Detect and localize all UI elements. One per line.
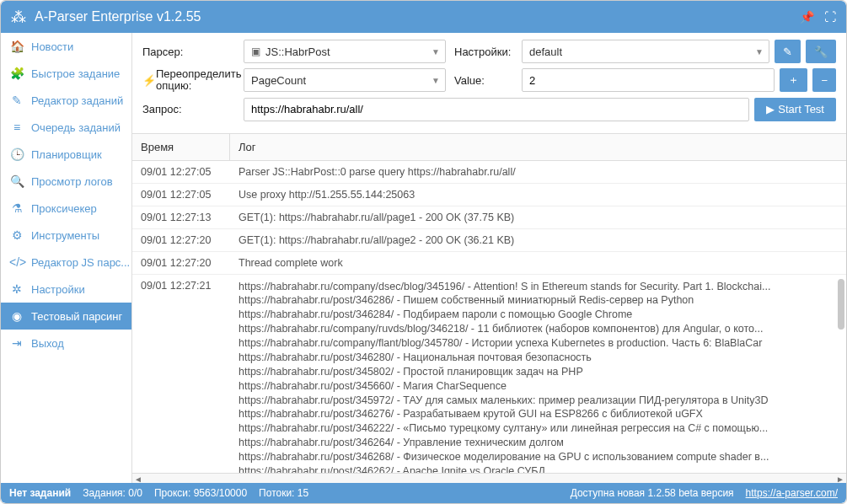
- settings-label: Настройки:: [446, 46, 522, 58]
- query-input[interactable]: [244, 98, 749, 121]
- status-link[interactable]: https://a-parser.com/: [746, 487, 838, 499]
- log-line: https://habrahabr.ru/post/345802/ - Прос…: [239, 365, 838, 379]
- sidebar-item-queue[interactable]: ≡Очередь заданий: [1, 114, 131, 141]
- cog-icon: ✲: [9, 282, 24, 296]
- status-threads: Потоки: 15: [259, 487, 308, 499]
- status-proxy: Прокси: 9563/10000: [154, 487, 247, 499]
- sidebar-item-js-editor[interactable]: </>Редактор JS парс...: [1, 249, 131, 276]
- cell-log: Parser JS::HabrPost::0 parse query https…: [230, 161, 846, 183]
- sidebar-item-label: Инструменты: [31, 229, 99, 242]
- sidebar-item-test-parsing[interactable]: ◉Тестовый парсинг: [1, 303, 131, 330]
- edit-settings-button[interactable]: ✎: [775, 40, 801, 63]
- wrench-button[interactable]: 🔧: [806, 40, 836, 63]
- chevron-down-icon: ▼: [432, 47, 440, 56]
- home-icon: 🏠: [9, 40, 24, 53]
- query-label: Запрос:: [142, 103, 244, 115]
- scrollbar-thumb[interactable]: [838, 279, 844, 330]
- vertical-scrollbar[interactable]: [836, 161, 844, 473]
- log-line: https://habrahabr.ru/company/ruvds/blog/…: [239, 322, 838, 336]
- grid-body: 09/01 12:27:05Parser JS::HabrPost::0 par…: [132, 161, 846, 473]
- sidebar: 🏠Новости 🧩Быстрое задание ✎Редактор зада…: [1, 33, 132, 483]
- app-title: A-Parser Enterprise v1.2.55: [35, 9, 790, 24]
- sidebar-item-label: Редактор JS парс...: [31, 256, 130, 269]
- sidebar-item-tools[interactable]: ⚙Инструменты: [1, 222, 131, 249]
- code-icon: </>: [9, 255, 24, 269]
- value-input[interactable]: [522, 68, 775, 92]
- parser-select[interactable]: ▣JS::HabrPost▼: [244, 40, 446, 63]
- table-row[interactable]: 09/01 12:27:05Parser JS::HabrPost::0 par…: [132, 161, 846, 184]
- table-row[interactable]: 09/01 12:27:20GET(1): https://habrahabr.…: [132, 229, 846, 252]
- status-update: Доступна новая 1.2.58 beta версия: [571, 487, 734, 499]
- log-line: https://habrahabr.ru/post/345972/ - ТАУ …: [239, 394, 838, 408]
- parser-label: Парсер:: [142, 46, 244, 58]
- puzzle-icon: 🧩: [9, 67, 24, 80]
- sidebar-item-task-editor[interactable]: ✎Редактор заданий: [1, 87, 131, 114]
- sidebar-item-proxychecker[interactable]: ⚗Проксичекер: [1, 195, 131, 222]
- lightning-icon: ⚡: [142, 74, 156, 87]
- network-icon: ⚗: [9, 201, 24, 215]
- cell-time: 09/01 12:27:05: [132, 161, 230, 183]
- log-line: https://habrahabr.ru/post/346264/ - Упра…: [239, 436, 838, 450]
- cell-time: 09/01 12:27:13: [132, 206, 230, 228]
- js-icon: ▣: [251, 46, 260, 57]
- scroll-right-icon[interactable]: ►: [834, 474, 846, 483]
- sidebar-item-label: Проксичекер: [31, 202, 97, 215]
- cell-log-multi: https://habrahabr.ru/company/dsec/blog/3…: [230, 275, 846, 473]
- add-option-button[interactable]: ＋: [780, 68, 807, 92]
- exit-icon: ⇥: [9, 336, 24, 350]
- log-line: https://habrahabr.ru/company/flant/blog/…: [239, 336, 838, 351]
- sidebar-item-label: Планировщик: [31, 148, 102, 161]
- sidebar-item-quick-task[interactable]: 🧩Быстрое задание: [1, 60, 131, 87]
- sidebar-item-exit[interactable]: ⇥Выход: [1, 330, 131, 357]
- override-select[interactable]: PageCount▼: [244, 68, 446, 92]
- play-icon: ▶: [766, 103, 775, 115]
- app-header: ⁂ A-Parser Enterprise v1.2.55 📌 ⛶: [1, 1, 846, 33]
- table-row[interactable]: 09/01 12:27:20Thread complete work: [132, 252, 846, 275]
- app-logo-icon: ⁂: [11, 8, 26, 26]
- table-row[interactable]: 09/01 12:27:21 https://habrahabr.ru/comp…: [132, 275, 846, 473]
- log-line: https://habrahabr.ru/post/346268/ - Физи…: [239, 450, 838, 464]
- sidebar-item-label: Тестовый парсинг: [31, 310, 122, 323]
- sidebar-item-label: Быстрое задание: [31, 67, 120, 80]
- cell-log: Use proxy http://51.255.55.144:25063: [230, 184, 846, 206]
- parser-value: JS::HabrPost: [265, 46, 330, 58]
- chevron-down-icon: ▼: [432, 76, 440, 85]
- scroll-left-icon[interactable]: ◄: [132, 474, 144, 483]
- chevron-down-icon: ▼: [755, 47, 764, 56]
- col-log-header[interactable]: Лог: [230, 134, 846, 160]
- wrench-icon: 🔧: [814, 46, 828, 58]
- pin-icon[interactable]: 📌: [800, 10, 814, 24]
- cell-log: GET(1): https://habrahabr.ru/all/page1 -…: [230, 206, 846, 228]
- cell-time: 09/01 12:27:20: [132, 252, 230, 274]
- sidebar-item-logs[interactable]: 🔍Просмотр логов: [1, 168, 131, 195]
- expand-icon[interactable]: ⛶: [824, 10, 836, 24]
- sidebar-item-label: Просмотр логов: [31, 175, 113, 188]
- pencil-icon: ✎: [783, 46, 792, 58]
- sidebar-item-scheduler[interactable]: 🕒Планировщик: [1, 141, 131, 168]
- target-icon: ◉: [9, 309, 24, 323]
- override-value: PageCount: [251, 74, 306, 87]
- settings-select[interactable]: default▼: [522, 40, 769, 63]
- plus-icon: ＋: [788, 72, 799, 88]
- start-test-button[interactable]: ▶Start Test: [754, 98, 836, 121]
- minus-icon: −: [821, 74, 828, 87]
- col-time-header[interactable]: Время: [132, 134, 230, 160]
- sidebar-item-settings[interactable]: ✲Настройки: [1, 276, 131, 303]
- remove-option-button[interactable]: −: [812, 68, 836, 92]
- start-test-label: Start Test: [778, 103, 824, 115]
- clock-icon: 🕒: [9, 147, 24, 161]
- search-icon: 🔍: [9, 174, 24, 188]
- table-row[interactable]: 09/01 12:27:13GET(1): https://habrahabr.…: [132, 206, 846, 229]
- table-row[interactable]: 09/01 12:27:05Use proxy http://51.255.55…: [132, 184, 846, 206]
- cell-log: Thread complete work: [230, 252, 846, 274]
- sidebar-item-label: Выход: [31, 337, 64, 350]
- horizontal-scrollbar[interactable]: ◄ ►: [132, 473, 846, 483]
- cell-time: 09/01 12:27:05: [132, 184, 230, 206]
- edit-icon: ✎: [9, 94, 24, 107]
- log-line: https://habrahabr.ru/post/346286/ - Пише…: [239, 293, 838, 308]
- sidebar-item-label: Редактор заданий: [31, 94, 123, 107]
- sidebar-item-news[interactable]: 🏠Новости: [1, 33, 131, 60]
- log-line: https://habrahabr.ru/company/dsec/blog/3…: [239, 280, 838, 294]
- value-label: Value:: [446, 74, 522, 87]
- sidebar-item-label: Новости: [31, 40, 73, 53]
